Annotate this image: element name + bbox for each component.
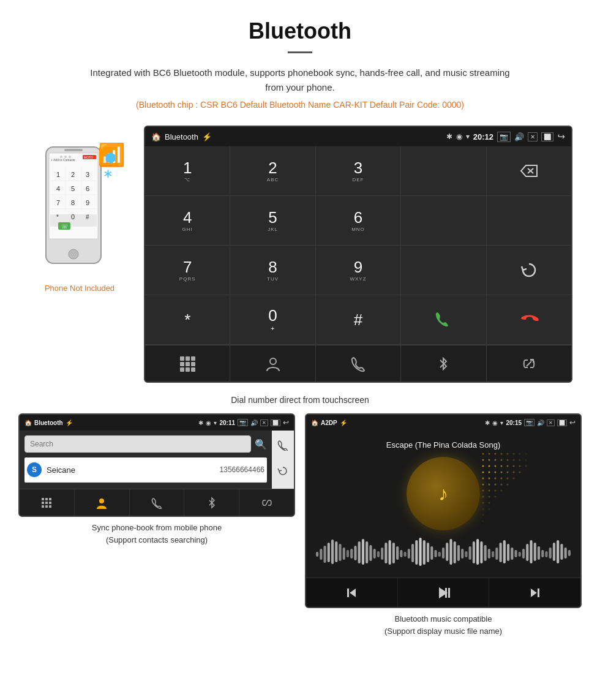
pb-back-icon[interactable]: ↩ — [283, 418, 289, 427]
backspace-button[interactable] — [487, 146, 571, 195]
dial-contacts-button[interactable] — [230, 345, 315, 382]
pb-close-icon[interactable]: ✕ — [260, 420, 268, 426]
svg-marker-183 — [531, 589, 537, 597]
mu-win-icon[interactable]: ⬜ — [557, 420, 567, 426]
pb-signal-icon: ▾ — [214, 420, 217, 426]
pb-link-nav-button[interactable] — [239, 489, 294, 516]
mu-close-icon[interactable]: ✕ — [547, 420, 555, 426]
svg-rect-154 — [480, 541, 482, 563]
pb-win-icon[interactable]: ⬜ — [271, 420, 280, 426]
svg-point-58 — [495, 453, 497, 455]
svg-point-72 — [482, 465, 484, 467]
dial-phone-button[interactable] — [316, 345, 400, 382]
dial-key-8[interactable]: 8 TUV — [230, 246, 315, 295]
dial-key-5[interactable]: 5 JKL — [230, 196, 315, 245]
dial-bluetooth-nav-button[interactable] — [401, 345, 486, 382]
dial-key-9[interactable]: 9 WXYZ — [316, 246, 400, 295]
dial-key-hash[interactable]: # — [316, 295, 400, 344]
dial-key-0[interactable]: 0 + — [230, 295, 315, 344]
volume-icon[interactable]: 🔊 — [514, 132, 524, 141]
svg-rect-150 — [465, 551, 467, 557]
back-icon[interactable]: ↩ — [557, 131, 565, 142]
svg-rect-171 — [545, 551, 547, 557]
svg-text:2: 2 — [71, 171, 75, 178]
reload-button[interactable] — [487, 246, 571, 295]
pb-apps-button[interactable] — [20, 489, 75, 516]
pb-link-nav-icon — [261, 497, 273, 509]
svg-rect-37 — [186, 356, 190, 361]
dial-key-6[interactable]: 6 MNO — [316, 196, 400, 245]
call-red-button[interactable] — [487, 295, 571, 344]
dial-empty-r2c5 — [487, 196, 571, 245]
pb-vol-icon[interactable]: 🔊 — [250, 420, 258, 426]
pb-home-icon[interactable]: 🏠 — [24, 420, 32, 426]
prev-button[interactable] — [306, 578, 398, 607]
statusbar-right: ✱ ◉ ▾ 20:12 📷 🔊 ✕ ⬜ ↩ — [446, 131, 565, 142]
svg-text:8: 8 — [71, 199, 75, 206]
svg-point-30 — [60, 156, 62, 158]
call-green-button[interactable] — [401, 295, 486, 344]
svg-point-59 — [501, 453, 503, 455]
svg-rect-129 — [384, 543, 387, 563]
dial-link-button[interactable] — [487, 345, 571, 382]
svg-rect-113 — [323, 546, 326, 563]
dial-key-7[interactable]: 7 PQRS — [145, 246, 230, 295]
svg-point-86 — [519, 472, 521, 473]
svg-rect-139 — [423, 540, 426, 565]
pb-sync-icon — [277, 465, 288, 476]
dial-key-1[interactable]: 1 ⌥ — [145, 146, 230, 195]
svg-point-61 — [513, 453, 515, 455]
next-button[interactable] — [489, 578, 580, 607]
mu-back-icon[interactable]: ↩ — [569, 418, 576, 427]
close-icon[interactable]: ✕ — [528, 132, 538, 141]
pb-apps-icon — [41, 497, 52, 508]
time-display: 20:12 — [473, 132, 493, 141]
svg-point-96 — [501, 484, 503, 486]
music-album-art: // Dots pattern — [407, 457, 480, 530]
svg-point-60 — [507, 453, 509, 455]
svg-rect-117 — [339, 544, 341, 561]
pb-contact-row[interactable]: S Seicane 13566664466 — [24, 457, 267, 483]
pb-phone-nav-button[interactable] — [130, 489, 185, 516]
svg-rect-145 — [446, 543, 448, 561]
mu-loc-icon: ◉ — [492, 420, 498, 426]
pb-search-input[interactable] — [24, 435, 251, 453]
mu-home-icon[interactable]: 🏠 — [311, 420, 318, 426]
dial-apps-button[interactable] — [145, 345, 230, 382]
pb-search-icon[interactable]: 🔍 — [255, 438, 267, 450]
svg-point-75 — [501, 465, 503, 467]
dial-key-4[interactable]: 4 GHI — [145, 196, 230, 245]
svg-point-70 — [519, 459, 521, 461]
page-header: Bluetooth Integrated with BC6 Bluetooth … — [0, 0, 600, 126]
svg-point-94 — [489, 484, 490, 486]
pb-reload-icon[interactable] — [277, 461, 288, 484]
svg-text:MOTO: MOTO — [84, 156, 93, 159]
pb-bt-nav-button[interactable] — [184, 489, 239, 516]
svg-rect-119 — [347, 550, 349, 557]
svg-rect-147 — [454, 541, 456, 563]
music-caption: Bluetooth music compatible(Support displ… — [382, 608, 504, 637]
svg-rect-167 — [530, 540, 532, 563]
svg-rect-54 — [49, 505, 51, 508]
dial-key-star[interactable]: * — [145, 295, 230, 344]
svg-point-66 — [495, 459, 497, 461]
camera-icon[interactable]: 📷 — [497, 132, 511, 142]
svg-rect-142 — [434, 550, 437, 557]
play-pause-button[interactable] — [398, 578, 490, 607]
svg-rect-115 — [331, 540, 334, 564]
pb-call-icon[interactable] — [277, 435, 288, 459]
dial-key-3[interactable]: 3 DEF — [316, 146, 400, 195]
pb-cam-icon[interactable]: 📷 — [238, 419, 248, 426]
window-icon[interactable]: ⬜ — [541, 132, 553, 141]
mu-vol-icon[interactable]: 🔊 — [537, 420, 544, 426]
dial-key-2[interactable]: 2 ABC — [230, 146, 315, 195]
svg-text:☏: ☏ — [61, 224, 68, 230]
title-divider — [288, 51, 312, 53]
svg-point-102 — [482, 496, 484, 498]
home-icon[interactable]: 🏠 — [151, 132, 161, 141]
mu-cam-icon[interactable]: 📷 — [524, 419, 534, 426]
svg-rect-4 — [64, 149, 83, 151]
pb-contacts-nav-button[interactable] — [75, 489, 130, 516]
description-text: Integrated with BC6 Bluetooth module, su… — [86, 66, 514, 95]
pb-bottom-bar — [20, 489, 294, 516]
